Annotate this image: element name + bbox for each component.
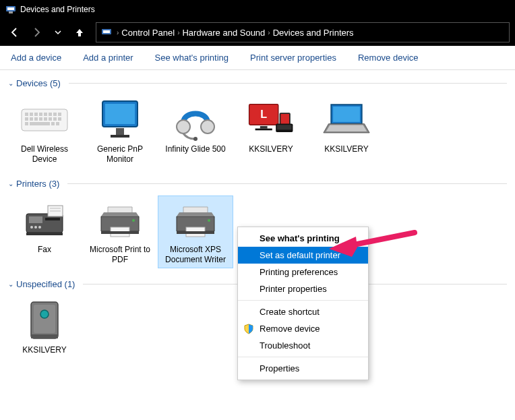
monitor-icon	[96, 98, 144, 142]
computer-icon: L	[247, 98, 295, 142]
device-label: Generic PnP Monitor	[86, 144, 154, 164]
svg-rect-4	[103, 30, 110, 33]
svg-rect-36	[255, 129, 272, 131]
window-titlebar: Devices and Printers	[0, 0, 515, 19]
svg-point-48	[34, 226, 37, 229]
menu-remove-device[interactable]: Remove device	[238, 320, 368, 337]
content-area: ⌄ Devices (5) Dell Wireless Device Gener…	[0, 70, 515, 420]
svg-rect-2	[9, 11, 13, 13]
svg-point-60	[40, 310, 49, 318]
device-item[interactable]: KKSILVERY	[309, 95, 384, 168]
printer-label: Fax	[38, 245, 51, 255]
menu-separator	[238, 357, 368, 357]
svg-rect-23	[30, 122, 50, 125]
printer-item-selected[interactable]: Microsoft XPS Document Writer	[158, 196, 233, 268]
svg-rect-46	[29, 216, 42, 223]
cmd-remove-device[interactable]: Remove device	[347, 53, 429, 63]
section-count: (3)	[49, 179, 59, 189]
address-bar[interactable]: › Control Panel › Hardware and Sound › D…	[96, 22, 510, 42]
up-button[interactable]	[70, 23, 89, 42]
device-label: KKSILVERY	[22, 345, 67, 355]
cmd-see-whats-printing[interactable]: See what's printing	[144, 53, 239, 63]
window-title-text: Devices and Printers	[20, 5, 95, 14]
svg-rect-7	[30, 113, 33, 116]
section-divider	[67, 183, 507, 184]
menu-set-default-printer[interactable]: Set as default printer	[238, 247, 368, 264]
forward-button[interactable]	[27, 23, 46, 42]
svg-rect-51	[26, 233, 63, 235]
chevron-down-icon: ⌄	[8, 280, 13, 288]
printer-item[interactable]: Microsoft Print to PDF	[82, 196, 158, 268]
section-label: Unspecified	[16, 279, 62, 289]
svg-rect-59	[34, 305, 55, 333]
printer-item[interactable]: Fax	[7, 196, 82, 268]
svg-rect-57	[177, 231, 214, 234]
svg-rect-40	[277, 125, 292, 129]
svg-rect-15	[30, 117, 33, 121]
menu-properties[interactable]: Properties	[238, 360, 368, 377]
section-label: Printers	[16, 179, 47, 189]
cmd-print-server-properties[interactable]: Print server properties	[239, 53, 347, 63]
svg-rect-41	[333, 107, 360, 122]
section-divider	[69, 83, 507, 84]
svg-rect-28	[116, 128, 124, 135]
section-count: (5)	[50, 78, 61, 88]
device-item[interactable]: L KKSILVERY	[233, 95, 309, 168]
menu-troubleshoot[interactable]: Troubleshoot	[238, 337, 368, 354]
device-item[interactable]: Infinity Glide 500	[158, 95, 233, 168]
chevron-down-icon: ⌄	[8, 80, 13, 87]
menu-see-whats-printing[interactable]: See what's printing	[238, 230, 368, 247]
svg-point-32	[193, 137, 198, 141]
svg-point-31	[201, 120, 214, 133]
breadcrumb-mid[interactable]: Hardware and Sound	[182, 28, 265, 38]
menu-printing-preferences[interactable]: Printing preferences	[238, 264, 368, 280]
section-header-devices[interactable]: ⌄ Devices (5)	[3, 74, 512, 92]
svg-rect-27	[105, 104, 135, 124]
printer-icon	[171, 199, 220, 242]
address-bar-icon	[100, 26, 113, 38]
svg-rect-54	[101, 231, 139, 234]
breadcrumb-leaf[interactable]: Devices and Printers	[273, 28, 354, 38]
device-generic-icon	[20, 299, 69, 342]
svg-rect-11	[49, 113, 52, 116]
devices-grid: Dell Wireless Device Generic PnP Monitor…	[3, 92, 512, 175]
svg-point-53	[132, 219, 135, 222]
svg-rect-29	[111, 135, 129, 138]
svg-rect-24	[51, 122, 55, 125]
svg-rect-19	[49, 117, 52, 121]
svg-rect-21	[58, 117, 61, 121]
back-button[interactable]	[5, 23, 24, 42]
svg-rect-9	[39, 113, 42, 116]
laptop-icon	[322, 98, 371, 142]
fax-icon	[20, 199, 69, 242]
printer-label: Microsoft Print to PDF	[86, 245, 154, 265]
device-label: Infinity Glide 500	[165, 144, 225, 154]
chevron-right-icon: ›	[268, 29, 270, 36]
svg-point-56	[208, 219, 210, 222]
cmd-add-device[interactable]: Add a device	[0, 53, 72, 63]
navigation-bar: › Control Panel › Hardware and Sound › D…	[0, 19, 515, 46]
section-header-printers[interactable]: ⌄ Printers (3)	[3, 175, 512, 193]
cmd-add-printer[interactable]: Add a printer	[72, 53, 144, 63]
svg-rect-12	[53, 113, 57, 116]
section-label: Devices	[16, 78, 47, 88]
unspecified-item[interactable]: KKSILVERY	[7, 296, 82, 359]
device-item[interactable]: Dell Wireless Device	[7, 95, 82, 168]
svg-rect-8	[34, 113, 38, 116]
svg-point-30	[177, 120, 190, 133]
menu-printer-properties[interactable]: Printer properties	[238, 280, 368, 297]
svg-rect-25	[56, 122, 59, 125]
shield-icon	[243, 324, 254, 334]
svg-rect-6	[25, 113, 28, 116]
svg-point-49	[38, 226, 41, 229]
svg-rect-61	[31, 334, 58, 338]
device-item[interactable]: Generic PnP Monitor	[82, 95, 158, 168]
menu-create-shortcut[interactable]: Create shortcut	[238, 303, 368, 320]
chevron-right-icon: ›	[177, 29, 179, 36]
devices-printers-icon	[5, 4, 16, 15]
recent-locations-button[interactable]	[49, 23, 67, 42]
svg-rect-1	[7, 7, 14, 10]
breadcrumb-root[interactable]: Control Panel	[121, 28, 175, 38]
svg-rect-17	[39, 117, 42, 121]
section-count: (1)	[65, 279, 75, 289]
